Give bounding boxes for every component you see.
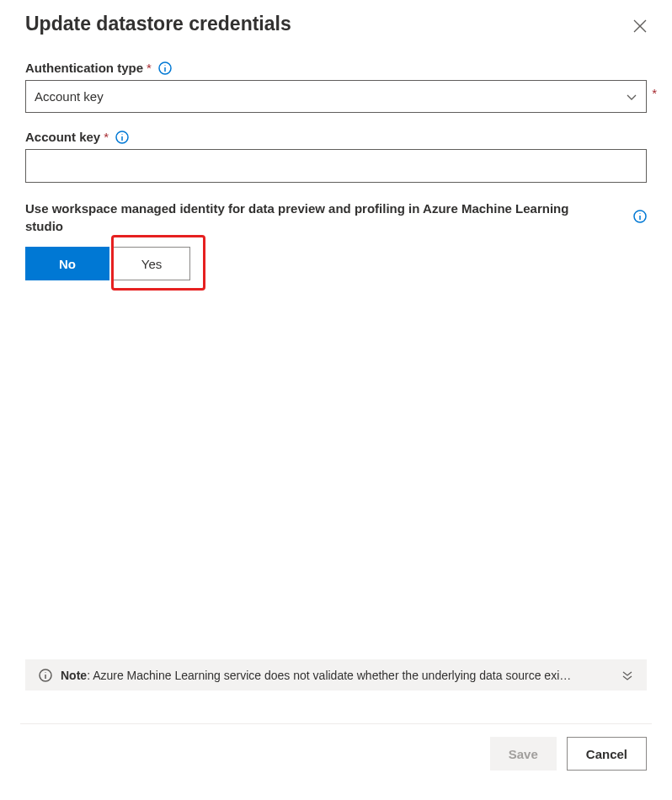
required-marker: * bbox=[652, 86, 657, 100]
info-icon[interactable] bbox=[633, 210, 647, 223]
account-key-input[interactable] bbox=[25, 149, 647, 183]
toggle-yes-button[interactable]: Yes bbox=[113, 247, 190, 280]
info-icon bbox=[39, 669, 52, 682]
divider bbox=[20, 723, 652, 724]
note-text: Note: Azure Machine Learning service doe… bbox=[61, 669, 613, 682]
svg-point-4 bbox=[164, 64, 165, 65]
save-button[interactable]: Save bbox=[490, 737, 557, 771]
auth-type-dropdown[interactable]: Account key bbox=[25, 80, 647, 113]
panel-title: Update datastore credentials bbox=[25, 13, 291, 35]
required-marker: * bbox=[147, 61, 152, 75]
svg-point-7 bbox=[121, 133, 122, 134]
info-icon[interactable] bbox=[115, 131, 129, 144]
note-bar: Note: Azure Machine Learning service doe… bbox=[25, 659, 647, 691]
cancel-button[interactable]: Cancel bbox=[567, 737, 647, 771]
svg-point-13 bbox=[45, 671, 45, 672]
svg-point-10 bbox=[639, 213, 640, 214]
managed-identity-label: Use workspace managed identity for data … bbox=[25, 200, 598, 235]
chevron-down-icon bbox=[626, 91, 637, 103]
account-key-label: Account key bbox=[25, 130, 100, 144]
toggle-no-button[interactable]: No bbox=[25, 247, 109, 280]
auth-type-label: Authentication type bbox=[25, 61, 143, 75]
expand-icon[interactable] bbox=[621, 669, 633, 681]
info-icon[interactable] bbox=[158, 61, 172, 75]
auth-type-value: Account key bbox=[35, 89, 104, 104]
close-icon[interactable] bbox=[633, 19, 647, 33]
required-marker: * bbox=[104, 130, 109, 144]
